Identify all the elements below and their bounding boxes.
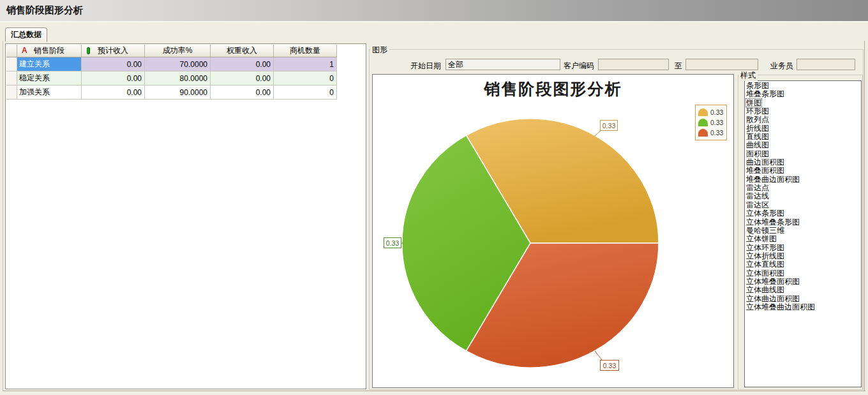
row-selector-cell[interactable] <box>6 86 17 100</box>
success-rate-cell[interactable]: 70.0000 <box>145 57 211 71</box>
pie-swatch-red-icon <box>698 129 708 137</box>
stage-cell-selected[interactable]: 建立关系 <box>17 57 82 71</box>
style-list-item[interactable]: 面积图 <box>745 150 861 158</box>
style-list-item[interactable]: 散列点 <box>745 116 861 124</box>
header-selector-cell <box>6 45 17 57</box>
column-header-weighted-income[interactable]: 权重收入 <box>211 45 274 57</box>
style-list-item[interactable]: 雷达点 <box>745 184 861 192</box>
style-list-item[interactable]: 曲边面积图 <box>745 158 861 167</box>
chart-legend: 0.33 0.33 0.33 <box>695 105 727 140</box>
column-header-stage[interactable]: A 销售阶段 <box>17 45 82 57</box>
row-selector-cell[interactable] <box>6 57 17 71</box>
style-list-item[interactable]: 立体堆叠条形图 <box>745 218 861 227</box>
style-list-item[interactable]: 立体曲线图 <box>745 286 861 294</box>
expected-income-cell[interactable]: 0.00 <box>82 86 145 100</box>
summary-grid-panel: A 销售阶段 预计收入 成功率% 权重收入 商机数量 <box>5 43 366 389</box>
style-list-item[interactable]: 立体曲边面积图 <box>745 295 861 303</box>
app-window: 销售阶段图形分析 汇总数据 A 销售阶段 预计收入 成功率% <box>0 0 868 395</box>
column-header-label: 预计收入 <box>98 45 128 56</box>
column-header-label: 销售阶段 <box>34 45 64 56</box>
green-bar-icon <box>87 47 90 54</box>
pie-swatch-green-icon <box>698 119 708 126</box>
row-selector-cell[interactable] <box>6 71 17 86</box>
customer-code-label: 客户编码 <box>564 61 594 71</box>
style-list-item[interactable]: 立体饼图 <box>745 235 861 243</box>
legend-value: 0.33 <box>710 129 723 137</box>
salesman-label: 业务员 <box>770 61 793 71</box>
style-list-item[interactable]: 立体堆叠曲边面积图 <box>745 303 861 311</box>
style-list-item[interactable]: 饼图 <box>745 99 861 107</box>
stage-cell[interactable]: 加强关系 <box>17 86 82 100</box>
column-header-label: 商机数量 <box>290 45 320 56</box>
tab-strip: 汇总数据 <box>0 22 868 41</box>
table-row[interactable]: 建立关系 0.00 70.0000 0.00 1 <box>6 57 337 71</box>
weighted-income-cell[interactable]: 0.00 <box>211 71 274 86</box>
title-bar: 销售阶段图形分析 <box>0 0 868 21</box>
success-rate-cell[interactable]: 90.0000 <box>145 86 211 100</box>
table-row[interactable]: 稳定关系 0.00 80.0000 0.00 0 <box>6 71 337 86</box>
column-header-label: 成功率% <box>163 45 193 56</box>
weighted-income-cell[interactable]: 0.00 <box>211 57 274 71</box>
style-list-item[interactable]: 雷达线 <box>745 192 861 200</box>
summary-table: A 销售阶段 预计收入 成功率% 权重收入 商机数量 <box>6 45 337 100</box>
window-title: 销售阶段图形分析 <box>6 4 83 17</box>
table-row[interactable]: 加强关系 0.00 90.0000 0.00 0 <box>6 86 337 100</box>
legend-value: 0.33 <box>710 108 723 116</box>
customer-code-input[interactable] <box>598 59 669 70</box>
legend-row: 0.33 <box>698 128 726 138</box>
style-list-item[interactable]: 立体直线图 <box>745 260 861 269</box>
style-list-item[interactable]: 雷达区 <box>745 201 861 209</box>
style-list-item[interactable]: 曲线图 <box>745 141 861 149</box>
style-list-item[interactable]: 折线图 <box>745 124 861 133</box>
sort-a-icon: A <box>22 46 27 55</box>
table-header-row: A 销售阶段 预计收入 成功率% 权重收入 商机数量 <box>6 45 337 57</box>
callout-line-red <box>595 351 602 360</box>
opportunity-count-cell[interactable]: 0 <box>274 71 337 86</box>
style-list-item[interactable]: 立体折线图 <box>745 252 861 260</box>
legend-row: 0.33 <box>698 117 726 128</box>
chart-style-listbox[interactable]: 条形图堆叠条形图饼图环形图散列点折线图直线图曲线图面积图曲边面积图堆叠面积图堆叠… <box>744 80 862 387</box>
style-list-item[interactable]: 直线图 <box>745 133 861 141</box>
legend-value: 0.33 <box>710 119 723 126</box>
pie-chart <box>373 75 733 387</box>
column-header-success-rate[interactable]: 成功率% <box>145 45 211 57</box>
weighted-income-cell[interactable]: 0.00 <box>211 86 274 100</box>
tab-summary-data[interactable]: 汇总数据 <box>5 27 47 41</box>
style-list-item[interactable]: 曼哈顿三维 <box>745 227 861 235</box>
column-header-expected-income[interactable]: 预计收入 <box>82 45 145 57</box>
legend-row: 0.33 <box>698 107 726 117</box>
start-date-label: 开始日期 <box>410 61 441 71</box>
style-groupbox-label: 样式 <box>738 70 758 81</box>
data-label-orange: 0.33 <box>600 120 618 131</box>
style-list-item[interactable]: 堆叠曲边面积图 <box>745 175 861 184</box>
expected-income-cell[interactable]: 0.00 <box>82 71 145 86</box>
graph-groupbox-label: 图形 <box>370 45 389 56</box>
opportunity-count-cell[interactable]: 0 <box>274 86 337 100</box>
to-label: 至 <box>675 61 682 71</box>
callout-line-orange <box>595 130 601 136</box>
window-bottom-edge <box>3 391 865 391</box>
chart-title: 销售阶段图形分析 <box>373 78 733 100</box>
style-list-item[interactable]: 立体堆叠面积图 <box>745 278 861 286</box>
style-list-item[interactable]: 堆叠面积图 <box>745 167 861 175</box>
style-list-item[interactable]: 立体条形图 <box>745 209 861 218</box>
data-label-green: 0.33 <box>384 237 401 248</box>
chart-panel: 销售阶段图形分析 0.33 0.33 0.33 0.33 0.33 0.33 <box>372 74 734 388</box>
success-rate-cell[interactable]: 80.0000 <box>145 71 211 86</box>
expected-income-cell[interactable]: 0.00 <box>82 57 145 71</box>
salesman-input[interactable] <box>797 59 855 70</box>
stage-cell[interactable]: 稳定关系 <box>17 71 82 86</box>
opportunity-count-cell[interactable]: 1 <box>274 57 337 71</box>
style-list-item[interactable]: 条形图 <box>745 82 861 90</box>
style-list-item[interactable]: 立体面积图 <box>745 269 861 278</box>
customer-code-to-input[interactable] <box>685 59 758 70</box>
column-header-label: 权重收入 <box>227 45 257 56</box>
style-list-item[interactable]: 环形图 <box>745 107 861 116</box>
start-date-input[interactable] <box>445 59 560 70</box>
data-label-red: 0.33 <box>600 360 619 371</box>
style-list-item[interactable]: 堆叠条形图 <box>745 90 861 98</box>
style-list-item[interactable]: 立体环形图 <box>745 244 861 252</box>
pie-swatch-orange-icon <box>698 108 708 116</box>
column-header-opportunity-count[interactable]: 商机数量 <box>274 45 337 57</box>
